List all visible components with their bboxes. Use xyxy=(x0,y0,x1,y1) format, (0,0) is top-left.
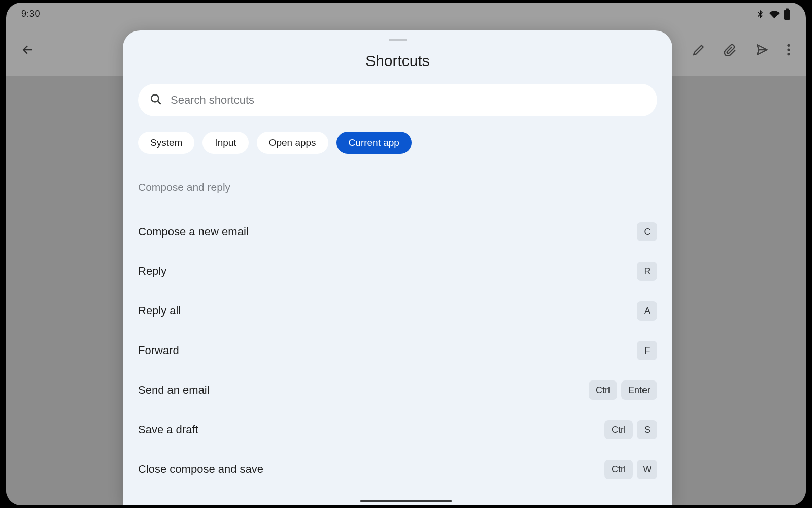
shortcut-label: Forward xyxy=(138,344,179,357)
edit-icon[interactable] xyxy=(692,43,705,58)
attachment-icon[interactable] xyxy=(723,43,738,58)
send-icon[interactable] xyxy=(755,43,769,58)
shortcut-list: Compose a new email C Reply R Reply all … xyxy=(138,212,657,489)
chip-open-apps[interactable]: Open apps xyxy=(257,132,328,154)
search-icon xyxy=(149,92,162,108)
chip-input[interactable]: Input xyxy=(202,132,248,154)
key: Enter xyxy=(621,380,657,400)
key: W xyxy=(637,460,657,479)
navigation-handle[interactable] xyxy=(360,500,452,502)
key: Ctrl xyxy=(604,420,633,439)
shortcut-label: Compose a new email xyxy=(138,225,249,238)
shortcut-label: Reply all xyxy=(138,304,181,318)
back-icon[interactable] xyxy=(21,43,35,58)
svg-rect-0 xyxy=(784,10,790,20)
key: A xyxy=(637,301,657,321)
shortcut-label: Save a draft xyxy=(138,423,198,436)
svg-point-5 xyxy=(151,94,158,102)
shortcuts-sheet: Shortcuts System Input Open apps Current… xyxy=(123,30,672,505)
shortcut-row: Compose a new email C xyxy=(138,212,657,251)
status-icons xyxy=(755,8,791,20)
svg-point-2 xyxy=(787,44,790,47)
svg-rect-1 xyxy=(786,8,789,10)
chip-current-app[interactable]: Current app xyxy=(336,132,412,154)
key: F xyxy=(637,341,657,360)
svg-point-3 xyxy=(787,48,790,51)
key: Ctrl xyxy=(604,460,633,479)
status-bar: 9:30 xyxy=(6,3,806,25)
more-icon[interactable] xyxy=(787,43,791,58)
key: Ctrl xyxy=(589,380,617,400)
shortcut-label: Reply xyxy=(138,265,166,278)
sheet-grab-handle[interactable] xyxy=(389,39,407,41)
wifi-icon xyxy=(768,9,781,19)
search-input[interactable] xyxy=(171,93,646,107)
shortcut-row: Close compose and save Ctrl W xyxy=(138,450,657,489)
sheet-title: Shortcuts xyxy=(123,52,672,70)
shortcut-label: Send an email xyxy=(138,384,210,397)
shortcut-row: Forward F xyxy=(138,331,657,370)
bluetooth-icon xyxy=(755,9,765,20)
shortcut-row: Reply R xyxy=(138,251,657,291)
key: C xyxy=(637,222,657,241)
chip-row: System Input Open apps Current app xyxy=(138,132,657,154)
svg-point-4 xyxy=(787,53,790,55)
chip-system[interactable]: System xyxy=(138,132,194,154)
key: R xyxy=(637,262,657,281)
shortcut-row: Save a draft Ctrl S xyxy=(138,410,657,450)
section-header: Compose and reply xyxy=(138,181,657,194)
key: S xyxy=(637,420,657,439)
shortcut-row: Reply all A xyxy=(138,291,657,331)
status-time: 9:30 xyxy=(21,9,40,19)
device-frame: 9:30 xyxy=(6,3,806,505)
shortcut-label: Close compose and save xyxy=(138,463,263,476)
search-box[interactable] xyxy=(138,84,657,116)
shortcut-row: Send an email Ctrl Enter xyxy=(138,370,657,410)
battery-icon xyxy=(784,8,791,20)
